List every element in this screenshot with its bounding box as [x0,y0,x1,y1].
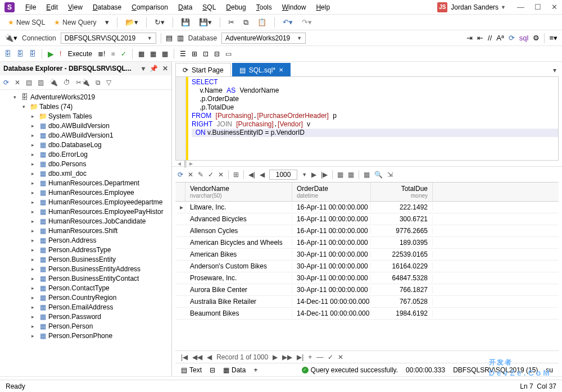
page-size-dropdown[interactable]: ▼ [302,172,307,177]
collapse-icon[interactable]: ✕ [15,79,20,86]
stop-icon[interactable]: ■ [111,50,115,58]
recent-icon[interactable]: ⏱ [64,79,70,86]
tree-table[interactable]: ▸▦HumanResources.Department [0,178,171,188]
tree-table[interactable]: ▸▦Person.BusinessEntityContact [0,274,171,283]
menu-help[interactable]: Help [311,3,335,11]
grid-row[interactable]: Advanced Bicycles16-Apr-11 00:00:00.0003… [175,213,559,225]
menu-debug[interactable]: Debug [221,3,251,11]
sql-editor[interactable]: SELECT v.Name AS VendorName ,p.OrderDate… [175,76,559,161]
grid-mode-icon[interactable]: ⊞ [233,171,239,179]
menu-edit[interactable]: Edit [41,3,63,11]
grid-icon-2[interactable]: ▦ [150,50,156,58]
database-tree[interactable]: ▾🗄AdventureWorks2019 ▾📁Tables (74) ▸📁Sys… [0,90,171,376]
sql-format-icon[interactable]: sql [519,34,529,42]
execute-button[interactable]: ! Execute [60,50,92,58]
redo-icon[interactable]: ↷▾ [298,17,315,28]
add-view-button[interactable]: + [253,366,257,374]
grid-row[interactable]: Allenson Cycles16-Apr-11 00:00:00.000977… [175,225,559,237]
tree-table[interactable]: ▸▦Person.BusinessEntityAddress [0,264,171,274]
paste-icon[interactable]: 📋 [254,17,270,28]
grid-row[interactable]: Aurora Bike Center30-Apr-11 00:00:00.000… [175,284,559,296]
copy-tree-icon[interactable]: ⧉ [96,79,101,86]
view-sep[interactable]: ⊟ [210,366,215,374]
db-action-2[interactable]: 🗄 [17,50,24,58]
view-icon-5[interactable]: ▭ [225,50,232,58]
format-icon-1[interactable]: ⇥ [466,34,473,42]
menu-database[interactable]: Database [88,3,126,11]
cut-icon[interactable]: ✂ [225,17,238,28]
new-sql-button[interactable]: ★New SQL [4,17,48,28]
grid-row[interactable]: Australia Bike Retailer14-Dec-11 00:00:0… [175,296,559,308]
plug-icon[interactable]: 🔌▾ [4,34,17,42]
maximize-button[interactable]: ☐ [534,3,541,11]
grid-icon-3[interactable]: ▦ [162,50,168,58]
close-button[interactable]: ✕ [551,3,558,11]
view-icon-4[interactable]: ⊟ [214,50,220,58]
column-orderdate[interactable]: OrderDatedatetime [292,183,371,201]
menu-window[interactable]: Window [277,3,311,11]
save-icon[interactable]: 💾 [178,17,193,28]
grid-row[interactable]: American Bicycles and Wheels16-Apr-11 00… [175,237,559,249]
tree-table[interactable]: ▸▦HumanResources.JobCandidate [0,216,171,226]
edit-icon[interactable]: ✎ [198,171,203,179]
menu-data[interactable]: Data [173,3,197,11]
tree-table[interactable]: ▸▦dbo.ErrorLog [0,149,171,159]
outline-icon[interactable]: ≡▾ [549,34,558,42]
view-icon-1[interactable]: ☰ [180,50,186,58]
tree-table[interactable]: ▸▦Person.AddressType [0,245,171,254]
tree-table[interactable]: ▸▦Person.ContactType [0,283,171,293]
db-action-3[interactable]: 🗄 [29,50,36,58]
cancel-results-icon[interactable]: ✕ [188,171,193,179]
filter-icon-2[interactable]: ▽ [106,79,111,86]
explorer-dropdown-icon[interactable]: ▾ [142,65,145,72]
new-query-button[interactable]: ★New Query [51,17,99,28]
tree-table[interactable]: ▸▦HumanResources.Employee [0,188,171,197]
grid-row[interactable]: Proseware, Inc.30-Apr-11 00:00:00.000648… [175,272,559,284]
tree-table[interactable]: ▸▦dbo.DatabaseLog [0,140,171,149]
menu-sql[interactable]: SQL [197,3,221,11]
user-name[interactable]: Jordan Sanders [451,3,498,11]
toolbar-dropdown-1[interactable]: ▾ [102,17,112,28]
tree-table[interactable]: ▸▦Person.CountryRegion [0,293,171,302]
next-page-icon[interactable]: ▶ [311,171,316,179]
page-size-input[interactable] [269,170,297,180]
last-page-icon[interactable]: |▶ [321,171,328,179]
text-view-button[interactable]: ▤ Text [181,366,202,374]
save-all-icon[interactable]: 💾▾ [196,17,215,28]
user-dropdown-icon[interactable]: ▼ [501,4,506,10]
results-grid[interactable]: VendorNamenvarchar(50) OrderDatedatetime… [175,182,559,376]
grid-row[interactable]: American Bikes30-Apr-11 00:00:00.0002253… [175,249,559,261]
undo-icon[interactable]: ↶▾ [279,17,296,28]
tree-table[interactable]: ▸▦Person.Address [0,235,171,245]
run-button[interactable]: ▶ [48,49,54,58]
tree-table[interactable]: ▸▦HumanResources.Employeedepartme [0,197,171,207]
splitter[interactable]: ◂ ║ ▸ [172,161,562,166]
tree-system-tables[interactable]: ▸📁System Tables [0,111,171,121]
record-navigator[interactable]: |◀◀◀◀ Record 1 of 1000 ▶▶▶▶|+—✓✕ [175,350,559,363]
refresh-tree-icon[interactable]: ⟳ [3,79,9,86]
layout-icon-3[interactable]: ▦ [364,171,370,179]
find-icon[interactable]: 🔍 [374,171,383,179]
plug-icon-2[interactable]: 🔌 [49,79,58,86]
refresh-results-icon[interactable]: ⟳ [178,171,183,179]
menu-file[interactable]: File [20,3,41,11]
tree-table[interactable]: ▸▦Person.Password [0,312,171,321]
tree-table[interactable]: ▸▦dbo.Persons [0,159,171,168]
tab-close-icon[interactable]: ✕ [279,67,283,73]
db-icon-2[interactable]: ▥ [177,34,184,42]
tab-start-page[interactable]: ⟳Start Page [175,63,231,76]
grid-row[interactable]: Beaumont Bikes14-Dec-11 00:00:00.0001984… [175,308,559,320]
tree-table[interactable]: ▸▦Person.PersonPhone [0,331,171,340]
layout-icon-2[interactable]: ▦ [348,171,354,179]
check-icon[interactable]: ✓ [121,50,126,58]
commit-icon[interactable]: ✓ [208,171,214,179]
pin-icon[interactable]: 📌 [149,65,158,72]
layout-icon-1[interactable]: ▦ [337,171,343,179]
rollback-icon[interactable]: ✕ [218,171,224,179]
copy-icon[interactable]: ⧉ [240,17,252,28]
filter-icon-1[interactable]: ▥ [38,79,44,86]
grid-row[interactable]: Anderson's Custom Bikes30-Apr-11 00:00:0… [175,261,559,272]
comment-icon[interactable]: // [488,34,492,42]
menu-comparison[interactable]: Comparison [126,3,173,11]
tree-table[interactable]: ▸▦dbo.AWBuildVersion1 [0,130,171,140]
